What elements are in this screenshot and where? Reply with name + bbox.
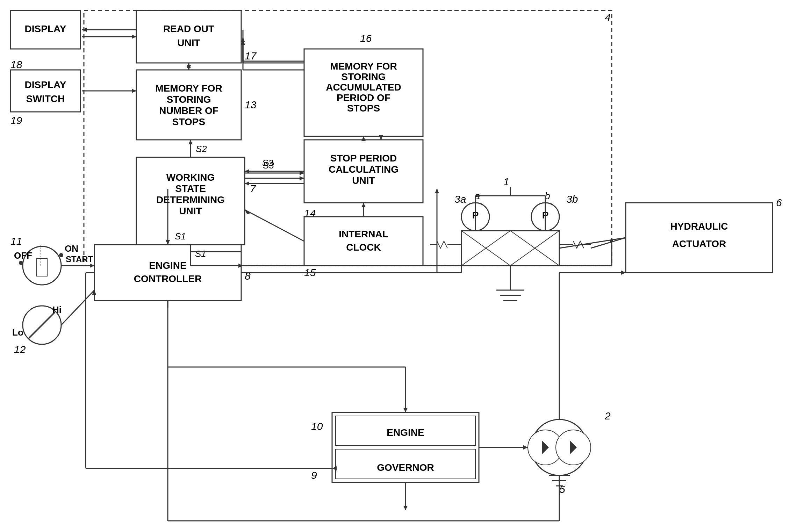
- mac-label4: PERIOD OF: [337, 92, 390, 103]
- display-switch-box: [10, 70, 80, 112]
- ref-19: 19: [10, 115, 22, 126]
- msn-label2: STORING: [166, 94, 211, 105]
- svg-rect-37: [37, 259, 47, 276]
- ic-label2: CLOCK: [346, 242, 381, 253]
- ws-label4: UNIT: [179, 206, 202, 216]
- ref-5: 5: [559, 483, 565, 495]
- ref-6: 6: [776, 197, 782, 208]
- msn-label1: MEMORY FOR: [155, 83, 222, 94]
- ref-13: 13: [245, 99, 257, 110]
- ec-label2: CONTROLLER: [134, 273, 202, 284]
- hydraulic-actuator-box: [626, 203, 773, 273]
- ref-17: 17: [245, 50, 257, 62]
- ws-label2: STATE: [175, 183, 206, 194]
- sp-label1: STOP PERIOD: [330, 153, 397, 164]
- start-label: START: [66, 254, 93, 264]
- ref-12: 12: [14, 344, 26, 355]
- ec-label1: ENGINE: [149, 260, 186, 271]
- engine-controller-box: [94, 245, 241, 301]
- ref-11: 11: [10, 235, 22, 247]
- readout-label1: READ OUT: [163, 23, 214, 34]
- svg-point-39: [19, 261, 23, 265]
- ha-label2: ACTUATOR: [672, 238, 726, 249]
- ref-8: 8: [245, 270, 251, 282]
- s1-label2: S1: [195, 249, 206, 259]
- eg-label2: GOVERNOR: [377, 462, 434, 473]
- svg-point-38: [59, 253, 63, 257]
- s3-main-label: S3: [263, 160, 274, 171]
- s1-label: S1: [175, 231, 186, 242]
- sp-label2: CALCULATING: [329, 164, 398, 175]
- msn-label4: STOPS: [172, 116, 205, 127]
- mac-label5: STOPS: [347, 103, 380, 114]
- ref-1: 1: [503, 176, 509, 187]
- ref-16: 16: [360, 33, 372, 44]
- eg-label1: ENGINE: [387, 427, 424, 438]
- ref-10: 10: [311, 420, 323, 432]
- mac-label2: STORING: [341, 71, 386, 82]
- ref-4: 4: [605, 12, 611, 23]
- display-label: DISPLAY: [25, 23, 66, 34]
- ref-9: 9: [311, 469, 317, 481]
- ref-3a: 3a: [454, 193, 466, 205]
- internal-clock-box: [304, 217, 423, 266]
- sp-label3: UNIT: [352, 175, 375, 186]
- off-label: OFF: [14, 250, 32, 261]
- mac-label3: ACCUMULATED: [326, 82, 401, 93]
- lo-label: Lo: [12, 327, 23, 338]
- readout-label2: UNIT: [177, 37, 200, 48]
- ic-label1: INTERNAL: [339, 229, 388, 239]
- ws-label1: WORKING: [166, 172, 215, 183]
- ref-18: 18: [10, 59, 22, 70]
- s2-label: S2: [196, 144, 207, 154]
- hi-label: Hi: [52, 304, 62, 315]
- ref-7: 7: [250, 183, 256, 194]
- diagram: 4 DISPLAY READ OUT UNIT 17 DISPLAY SWITC…: [0, 0, 797, 532]
- display-switch-label1: DISPLAY: [25, 79, 66, 90]
- msn-label3: NUMBER OF: [159, 105, 218, 116]
- valve-body: [461, 231, 559, 266]
- ha-label1: HYDRAULIC: [670, 221, 728, 232]
- readout-box: [136, 10, 241, 63]
- ws-label3: DETERMINING: [156, 194, 225, 205]
- mac-label1: MEMORY FOR: [330, 61, 397, 72]
- ref-2: 2: [604, 410, 611, 422]
- ref-3b: 3b: [566, 193, 578, 205]
- display-switch-label2: SWITCH: [26, 93, 65, 104]
- on-label: ON: [65, 243, 78, 254]
